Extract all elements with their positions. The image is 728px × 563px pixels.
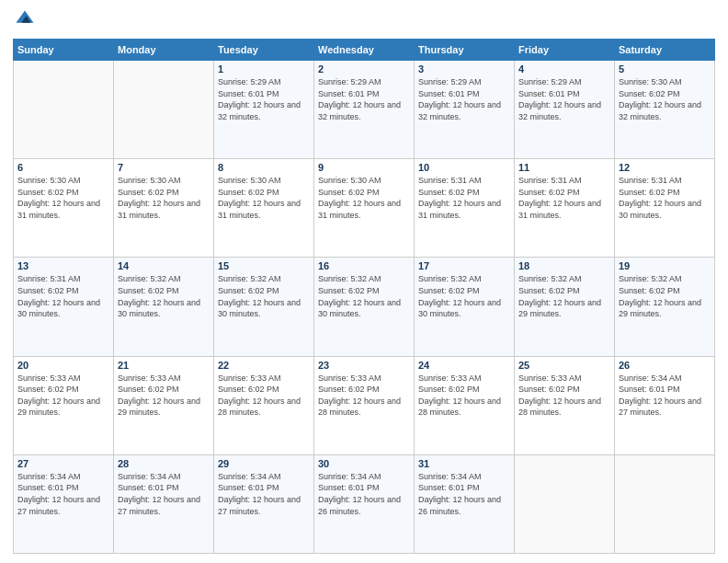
day-info: Sunrise: 5:33 AM Sunset: 6:02 PM Dayligh… bbox=[118, 373, 210, 419]
day-info: Sunrise: 5:31 AM Sunset: 6:02 PM Dayligh… bbox=[17, 273, 109, 319]
day-number: 13 bbox=[17, 260, 109, 271]
logo-icon bbox=[15, 9, 35, 29]
day-number: 20 bbox=[17, 360, 109, 371]
day-info: Sunrise: 5:29 AM Sunset: 6:01 PM Dayligh… bbox=[318, 76, 410, 122]
day-number: 23 bbox=[318, 360, 410, 371]
calendar-cell: 11Sunrise: 5:31 AM Sunset: 6:02 PM Dayli… bbox=[515, 159, 615, 258]
day-info: Sunrise: 5:32 AM Sunset: 6:02 PM Dayligh… bbox=[218, 273, 310, 319]
day-number: 9 bbox=[318, 162, 410, 173]
day-info: Sunrise: 5:32 AM Sunset: 6:02 PM Dayligh… bbox=[118, 273, 210, 319]
calendar-cell: 3Sunrise: 5:29 AM Sunset: 6:01 PM Daylig… bbox=[415, 61, 515, 159]
calendar-cell bbox=[14, 61, 114, 159]
calendar-cell: 29Sunrise: 5:34 AM Sunset: 6:01 PM Dayli… bbox=[214, 454, 314, 553]
day-info: Sunrise: 5:32 AM Sunset: 6:02 PM Dayligh… bbox=[418, 273, 510, 319]
calendar-cell bbox=[114, 61, 214, 159]
calendar-cell: 6Sunrise: 5:30 AM Sunset: 6:02 PM Daylig… bbox=[14, 159, 114, 258]
calendar-cell: 15Sunrise: 5:32 AM Sunset: 6:02 PM Dayli… bbox=[214, 258, 314, 356]
page: SundayMondayTuesdayWednesdayThursdayFrid… bbox=[0, 0, 728, 563]
day-number: 1 bbox=[218, 63, 310, 75]
calendar-week-2: 6Sunrise: 5:30 AM Sunset: 6:02 PM Daylig… bbox=[14, 159, 715, 258]
day-info: Sunrise: 5:32 AM Sunset: 6:02 PM Dayligh… bbox=[518, 273, 610, 319]
calendar-cell: 22Sunrise: 5:33 AM Sunset: 6:02 PM Dayli… bbox=[214, 356, 314, 454]
weekday-header-friday: Friday bbox=[515, 40, 615, 61]
day-number: 2 bbox=[318, 63, 410, 75]
day-number: 10 bbox=[418, 162, 510, 173]
day-info: Sunrise: 5:30 AM Sunset: 6:02 PM Dayligh… bbox=[619, 76, 711, 122]
calendar-cell bbox=[615, 454, 715, 553]
day-number: 3 bbox=[418, 63, 510, 75]
day-number: 4 bbox=[518, 63, 610, 75]
day-info: Sunrise: 5:33 AM Sunset: 6:02 PM Dayligh… bbox=[17, 373, 109, 419]
calendar-week-5: 27Sunrise: 5:34 AM Sunset: 6:01 PM Dayli… bbox=[14, 454, 715, 553]
calendar-cell: 18Sunrise: 5:32 AM Sunset: 6:02 PM Dayli… bbox=[515, 258, 615, 356]
calendar-cell: 17Sunrise: 5:32 AM Sunset: 6:02 PM Dayli… bbox=[415, 258, 515, 356]
day-info: Sunrise: 5:29 AM Sunset: 6:01 PM Dayligh… bbox=[218, 76, 310, 122]
weekday-header-monday: Monday bbox=[114, 40, 214, 61]
day-number: 29 bbox=[218, 458, 310, 469]
day-info: Sunrise: 5:34 AM Sunset: 6:01 PM Dayligh… bbox=[418, 471, 510, 517]
calendar-cell: 9Sunrise: 5:30 AM Sunset: 6:02 PM Daylig… bbox=[314, 159, 415, 258]
calendar-cell: 8Sunrise: 5:30 AM Sunset: 6:02 PM Daylig… bbox=[214, 159, 314, 258]
calendar-cell: 27Sunrise: 5:34 AM Sunset: 6:01 PM Dayli… bbox=[14, 454, 114, 553]
calendar-cell: 25Sunrise: 5:33 AM Sunset: 6:02 PM Dayli… bbox=[515, 356, 615, 454]
calendar-cell: 16Sunrise: 5:32 AM Sunset: 6:02 PM Dayli… bbox=[314, 258, 415, 356]
calendar-cell: 19Sunrise: 5:32 AM Sunset: 6:02 PM Dayli… bbox=[615, 258, 715, 356]
calendar-cell: 1Sunrise: 5:29 AM Sunset: 6:01 PM Daylig… bbox=[214, 61, 314, 159]
calendar-header: SundayMondayTuesdayWednesdayThursdayFrid… bbox=[14, 40, 715, 61]
logo bbox=[13, 9, 37, 33]
day-info: Sunrise: 5:30 AM Sunset: 6:02 PM Dayligh… bbox=[17, 175, 109, 221]
day-number: 11 bbox=[518, 162, 610, 173]
header bbox=[13, 9, 715, 33]
day-info: Sunrise: 5:33 AM Sunset: 6:02 PM Dayligh… bbox=[418, 373, 510, 419]
day-info: Sunrise: 5:30 AM Sunset: 6:02 PM Dayligh… bbox=[118, 175, 210, 221]
day-info: Sunrise: 5:29 AM Sunset: 6:01 PM Dayligh… bbox=[518, 76, 610, 122]
day-number: 15 bbox=[218, 260, 310, 271]
day-info: Sunrise: 5:29 AM Sunset: 6:01 PM Dayligh… bbox=[418, 76, 510, 122]
day-number: 6 bbox=[17, 162, 109, 173]
calendar-cell: 12Sunrise: 5:31 AM Sunset: 6:02 PM Dayli… bbox=[615, 159, 715, 258]
day-number: 28 bbox=[118, 458, 210, 469]
calendar-table: SundayMondayTuesdayWednesdayThursdayFrid… bbox=[13, 39, 715, 554]
day-info: Sunrise: 5:34 AM Sunset: 6:01 PM Dayligh… bbox=[118, 471, 210, 517]
calendar-cell: 21Sunrise: 5:33 AM Sunset: 6:02 PM Dayli… bbox=[114, 356, 214, 454]
day-number: 18 bbox=[518, 260, 610, 271]
day-number: 19 bbox=[619, 260, 711, 271]
day-info: Sunrise: 5:34 AM Sunset: 6:01 PM Dayligh… bbox=[619, 373, 711, 419]
day-info: Sunrise: 5:32 AM Sunset: 6:02 PM Dayligh… bbox=[318, 273, 410, 319]
day-info: Sunrise: 5:31 AM Sunset: 6:02 PM Dayligh… bbox=[418, 175, 510, 221]
calendar-cell: 24Sunrise: 5:33 AM Sunset: 6:02 PM Dayli… bbox=[415, 356, 515, 454]
day-number: 16 bbox=[318, 260, 410, 271]
day-info: Sunrise: 5:30 AM Sunset: 6:02 PM Dayligh… bbox=[218, 175, 310, 221]
calendar-week-1: 1Sunrise: 5:29 AM Sunset: 6:01 PM Daylig… bbox=[14, 61, 715, 159]
day-number: 21 bbox=[118, 360, 210, 371]
day-number: 8 bbox=[218, 162, 310, 173]
calendar-cell: 14Sunrise: 5:32 AM Sunset: 6:02 PM Dayli… bbox=[114, 258, 214, 356]
day-info: Sunrise: 5:33 AM Sunset: 6:02 PM Dayligh… bbox=[218, 373, 310, 419]
day-info: Sunrise: 5:32 AM Sunset: 6:02 PM Dayligh… bbox=[619, 273, 711, 319]
calendar-cell: 23Sunrise: 5:33 AM Sunset: 6:02 PM Dayli… bbox=[314, 356, 415, 454]
day-number: 22 bbox=[218, 360, 310, 371]
day-number: 12 bbox=[619, 162, 711, 173]
day-info: Sunrise: 5:31 AM Sunset: 6:02 PM Dayligh… bbox=[518, 175, 610, 221]
calendar-cell: 13Sunrise: 5:31 AM Sunset: 6:02 PM Dayli… bbox=[14, 258, 114, 356]
weekday-header-tuesday: Tuesday bbox=[214, 40, 314, 61]
weekday-header-wednesday: Wednesday bbox=[314, 40, 415, 61]
day-number: 25 bbox=[518, 360, 610, 371]
calendar-cell: 20Sunrise: 5:33 AM Sunset: 6:02 PM Dayli… bbox=[14, 356, 114, 454]
day-number: 7 bbox=[118, 162, 210, 173]
day-info: Sunrise: 5:34 AM Sunset: 6:01 PM Dayligh… bbox=[17, 471, 109, 517]
weekday-header-saturday: Saturday bbox=[615, 40, 715, 61]
calendar-cell: 7Sunrise: 5:30 AM Sunset: 6:02 PM Daylig… bbox=[114, 159, 214, 258]
day-number: 14 bbox=[118, 260, 210, 271]
day-info: Sunrise: 5:33 AM Sunset: 6:02 PM Dayligh… bbox=[518, 373, 610, 419]
calendar-cell: 10Sunrise: 5:31 AM Sunset: 6:02 PM Dayli… bbox=[415, 159, 515, 258]
weekday-header-row: SundayMondayTuesdayWednesdayThursdayFrid… bbox=[14, 40, 715, 61]
calendar-cell: 4Sunrise: 5:29 AM Sunset: 6:01 PM Daylig… bbox=[515, 61, 615, 159]
calendar-week-3: 13Sunrise: 5:31 AM Sunset: 6:02 PM Dayli… bbox=[14, 258, 715, 356]
calendar-week-4: 20Sunrise: 5:33 AM Sunset: 6:02 PM Dayli… bbox=[14, 356, 715, 454]
day-info: Sunrise: 5:34 AM Sunset: 6:01 PM Dayligh… bbox=[318, 471, 410, 517]
day-number: 30 bbox=[318, 458, 410, 469]
day-number: 5 bbox=[619, 63, 711, 75]
calendar-cell: 28Sunrise: 5:34 AM Sunset: 6:01 PM Dayli… bbox=[114, 454, 214, 553]
day-number: 24 bbox=[418, 360, 510, 371]
